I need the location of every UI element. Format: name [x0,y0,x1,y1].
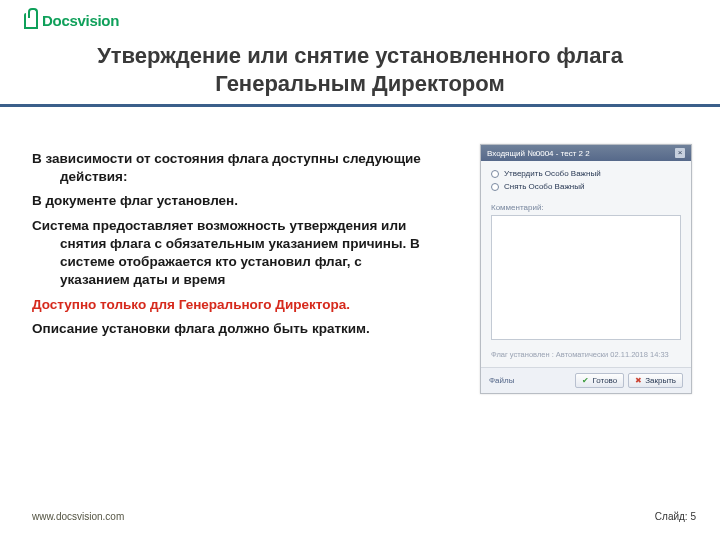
radio-icon [491,183,499,191]
para-5: Описание установки флага должно быть кра… [32,320,432,338]
flag-meta-text: Флаг установлен : Автоматически 02.11.20… [491,350,681,359]
radio-approve[interactable]: Утвердить Особо Важный [491,169,681,178]
radio-approve-label: Утвердить Особо Важный [504,169,601,178]
ok-button-label: Готово [592,376,617,385]
footer-slide: Слайд: 5 [655,511,696,522]
slide-title: Утверждение или снятие установленного фл… [0,42,720,97]
logo: Docsvision [24,12,119,29]
title-divider [0,104,720,107]
close-icon[interactable]: × [675,148,685,158]
logo-text: Docsvision [42,12,119,29]
footer-url: www.docsvision.com [32,511,124,522]
ok-button[interactable]: ✔ Готово [575,373,624,388]
radio-icon [491,170,499,178]
title-line-2: Генеральным Директором [215,71,504,96]
dialog-buttons: ✔ Готово ✖ Закрыть [575,373,683,388]
check-icon: ✔ [582,376,589,385]
dialog-title-text: Входящий №0004 - тест 2 2 [487,149,590,158]
title-line-1: Утверждение или снятие установленного фл… [97,43,623,68]
dialog-footer: Файлы ✔ Готово ✖ Закрыть [481,367,691,393]
dialog-window: Входящий №0004 - тест 2 2 × Утвердить Ос… [480,144,692,394]
comment-textarea[interactable] [491,215,681,340]
comment-label: Комментарий: [491,203,681,212]
dialog-titlebar: Входящий №0004 - тест 2 2 × [481,145,691,161]
para-4-warning: Доступно только для Генерального Директо… [32,296,432,314]
body-text: В зависимости от состояния флага доступн… [32,150,432,344]
dialog-body: Утвердить Особо Важный Снять Особо Важны… [481,161,691,367]
radio-remove[interactable]: Снять Особо Важный [491,182,681,191]
paperclip-icon [24,13,38,29]
para-1: В зависимости от состояния флага доступн… [32,150,432,186]
cancel-button[interactable]: ✖ Закрыть [628,373,683,388]
close-icon: ✖ [635,376,642,385]
slide-label: Слайд: [655,511,688,522]
slide-number: 5 [690,511,696,522]
para-3: Система предоставляет возможность утверж… [32,217,432,290]
para-2: В документе флаг установлен. [32,192,432,210]
radio-remove-label: Снять Особо Важный [504,182,584,191]
cancel-button-label: Закрыть [645,376,676,385]
files-link[interactable]: Файлы [489,376,514,385]
